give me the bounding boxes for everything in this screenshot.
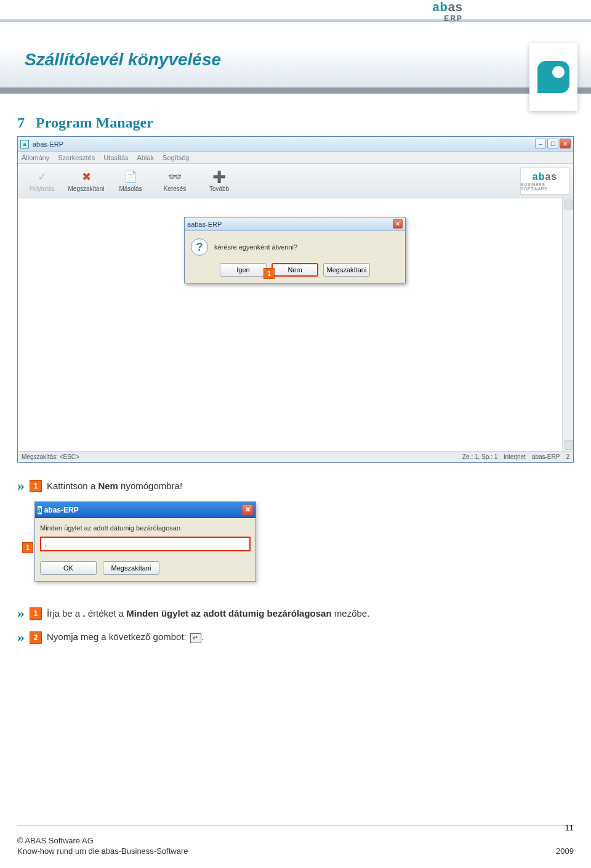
- confirm-titlebar: a abas-ERP ✕: [185, 217, 405, 231]
- toolbar-label: Másolás: [119, 185, 142, 192]
- bullet-icon: »: [17, 477, 25, 494]
- top-underline: [0, 19, 591, 22]
- text-bold: Minden ügylet az adott dátumig bezárólag…: [126, 608, 331, 619]
- menu-item[interactable]: Segítség: [163, 154, 189, 161]
- confirm-close-button[interactable]: ✕: [393, 219, 403, 229]
- confirm-title: abas-ERP: [191, 221, 222, 228]
- text: Kattintson a: [47, 481, 98, 491]
- brand-logo: abas ERP: [411, 0, 463, 22]
- app-icon: a: [38, 506, 42, 514]
- check-icon: ✓: [35, 170, 49, 184]
- footer-tagline: Know-how rund um die abas-Business-Softw…: [17, 846, 188, 856]
- app-icon: a: [20, 140, 29, 148]
- bullet-icon: »: [17, 629, 25, 646]
- brand-word-a: ab: [432, 0, 448, 14]
- callout-badge-side: 1: [22, 542, 33, 553]
- status-count: 2: [566, 453, 569, 460]
- cancel-button[interactable]: Megszakítani: [323, 263, 370, 277]
- corner-logo-mark: [537, 61, 569, 93]
- no-button[interactable]: Nem: [271, 263, 318, 277]
- brand-b: as: [545, 171, 557, 182]
- plus-icon: ➕: [212, 170, 226, 184]
- input-dialog-buttons: OK Megszakítani: [35, 556, 255, 581]
- toolbar-abort[interactable]: ✖ Megszakítani: [65, 166, 108, 197]
- input-dialog-wrap: 1 a abas-ERP ✕ Minden ügylet az adott dá…: [34, 501, 268, 588]
- instruction-3: » 2 Nyomja meg a következő gombot: ↵.: [17, 629, 574, 646]
- date-input-value: .: [45, 540, 47, 548]
- input-dialog-body: Minden ügylet az adott dátumig bezárólag…: [35, 518, 255, 556]
- toolbar-label: Tovább: [209, 185, 229, 192]
- toolbar-more[interactable]: ➕ Tovább: [198, 166, 241, 197]
- brand-word-b: as: [448, 0, 463, 14]
- corner-logo-card: [529, 43, 577, 111]
- instruction-3-text: Nyomja meg a következő gombot: ↵.: [47, 631, 204, 643]
- date-input-field[interactable]: .: [40, 537, 251, 551]
- toolbar-brand: abas BUSINESS SOFTWARE: [520, 168, 569, 195]
- question-icon: ?: [191, 238, 208, 256]
- x-icon: ✖: [79, 170, 93, 184]
- text: Írja be a: [47, 608, 82, 619]
- instruction-2: » 1 Írja be a . értéket a Minden ügylet …: [17, 605, 574, 622]
- page-footer: © ABAS Software AG Know-how rund um die …: [17, 836, 574, 856]
- footer-copyright: © ABAS Software AG: [17, 836, 188, 845]
- confirm-dialog: a abas-ERP ✕ ? kérésre egyenként átvenni…: [184, 217, 406, 283]
- step-badge-2: 2: [30, 631, 42, 644]
- toolbar-copy[interactable]: 📄 Másolás: [109, 166, 152, 197]
- text: értéket a: [86, 608, 127, 619]
- brand-a: ab: [533, 171, 545, 182]
- status-right: Ze.: 1, Sp.: 1 interjnet abas-ERP 2: [462, 453, 569, 460]
- cancel-button[interactable]: Megszakítani: [103, 561, 159, 575]
- copy-icon: 📄: [124, 170, 137, 184]
- maximize-button[interactable]: ☐: [547, 139, 558, 148]
- page-number: 11: [565, 823, 574, 832]
- menu-item[interactable]: Szerkesztés: [58, 154, 95, 161]
- step-badge-1: 1: [30, 480, 42, 492]
- minimize-button[interactable]: –: [535, 139, 546, 148]
- window-title: abas-ERP: [33, 140, 63, 148]
- bullet-icon: »: [17, 605, 25, 622]
- menu-item[interactable]: Ablak: [137, 154, 155, 161]
- input-dialog-close-button[interactable]: ✕: [242, 505, 253, 515]
- title-band: Szállítólevél könyvelése: [0, 32, 591, 94]
- input-dialog: a abas-ERP ✕ Minden ügylet az adott dátu…: [34, 501, 256, 582]
- toolbar: ✓ Folytatás ✖ Megszakítani 📄 Másolás 👓 K…: [18, 164, 573, 198]
- text: nyomógombra!: [118, 481, 182, 491]
- confirm-text: kérésre egyenként átvenni?: [214, 243, 297, 251]
- top-strip: abas ERP: [0, 0, 591, 22]
- section-heading: 7 Program Manager: [17, 115, 591, 131]
- brand-sub: ERP: [444, 14, 463, 23]
- status-cursor: Ze.: 1, Sp.: 1: [462, 453, 497, 460]
- toolbar-continue[interactable]: ✓ Folytatás: [20, 166, 63, 197]
- vertical-scrollbar[interactable]: [562, 198, 573, 451]
- toolbar-label: Folytatás: [30, 185, 55, 192]
- text-bold: Nem: [98, 481, 118, 491]
- footer-separator: [17, 825, 574, 826]
- step-badge-1b: 1: [30, 607, 42, 620]
- toolbar-label: Keresés: [164, 185, 187, 192]
- status-left: Megszakítás: <ESC>: [22, 453, 79, 460]
- toolbar-label: Megszakítani: [68, 185, 105, 192]
- close-button[interactable]: ✕: [560, 139, 571, 148]
- toolbar-search[interactable]: 👓 Keresés: [153, 166, 196, 197]
- glasses-icon: 👓: [168, 170, 182, 184]
- main-window: a abas-ERP – ☐ ✕ Állomány Szerkesztés Ut…: [17, 136, 574, 463]
- menu-item[interactable]: Utasítás: [103, 154, 128, 161]
- menu-item[interactable]: Állomány: [22, 154, 49, 161]
- yes-button[interactable]: Igen: [220, 263, 267, 277]
- input-dialog-titlebar: a abas-ERP ✕: [35, 502, 255, 518]
- instructions: » 1 Kattintson a Nem nyomógombra! 1 a ab…: [17, 477, 574, 646]
- window-controls: – ☐ ✕: [535, 139, 571, 148]
- instruction-2-text: Írja be a . értéket a Minden ügylet az a…: [47, 608, 369, 619]
- section-title: Program Manager: [36, 115, 153, 131]
- callout-badge-1: 1: [263, 268, 275, 279]
- text: mezőbe.: [332, 608, 370, 619]
- input-dialog-label: Minden ügylet az adott dátumig bezárólag…: [40, 524, 251, 532]
- menu-bar: Állomány Szerkesztés Utasítás Ablak Segí…: [18, 152, 573, 164]
- status-host: interjnet: [504, 453, 526, 460]
- section-number: 7: [17, 115, 25, 131]
- instruction-1: » 1 Kattintson a Nem nyomógombra!: [17, 477, 574, 494]
- status-app: abas-ERP: [532, 453, 560, 460]
- status-bar: Megszakítás: <ESC> Ze.: 1, Sp.: 1 interj…: [18, 451, 573, 462]
- ok-button[interactable]: OK: [40, 561, 97, 575]
- instruction-1-text: Kattintson a Nem nyomógombra!: [47, 481, 182, 491]
